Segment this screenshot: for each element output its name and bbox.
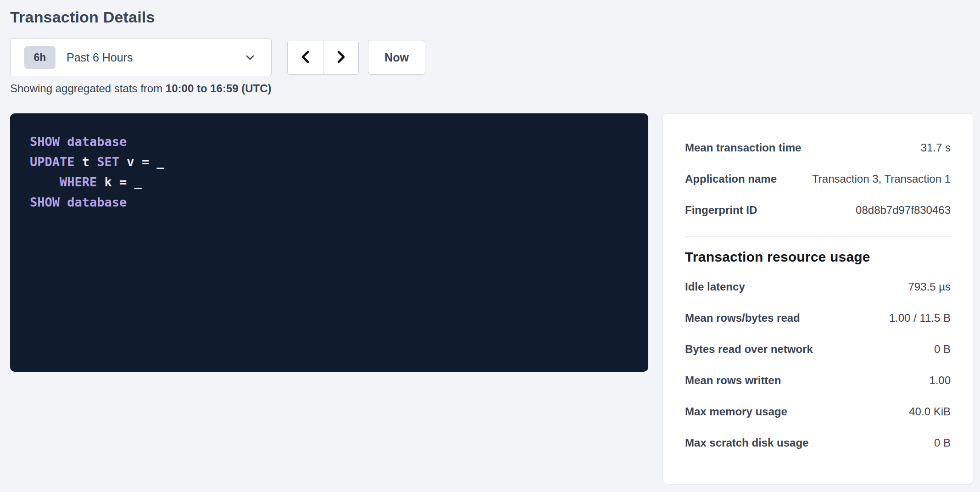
stat-row: Fingerprint ID08d8b7d97f830463	[685, 195, 951, 226]
time-range-badge: 6h	[24, 46, 56, 69]
sql-line: SHOW database	[30, 192, 630, 212]
stat-label: Application name	[685, 173, 777, 185]
sql-token-keyword: UPDATE	[30, 155, 75, 169]
stat-row: Mean rows/bytes read1.00 / 11.5 B	[685, 302, 951, 334]
chevron-right-icon	[334, 50, 347, 66]
stat-value: 0 B	[934, 343, 951, 356]
stat-row: Idle latency793.5 µs	[685, 271, 951, 302]
stat-value: 40.0 KiB	[909, 405, 951, 418]
transaction-details-page: Transaction Details 6h Past 6 Hours	[0, 0, 980, 492]
sql-line: WHERE k = _	[30, 172, 630, 192]
sql-line: UPDATE t SET v = _	[30, 152, 630, 172]
stat-row: Mean rows written1.00	[685, 365, 951, 396]
stat-value: Transaction 3, Transaction 1	[812, 173, 951, 185]
stat-label: Mean transaction time	[685, 141, 801, 154]
sql-token-keyword: SET	[97, 155, 119, 169]
next-time-button[interactable]	[323, 40, 358, 74]
stat-value: 793.5 µs	[908, 280, 951, 293]
stat-label: Max scratch disk usage	[685, 436, 808, 449]
sql-token-plain: v = _	[119, 155, 164, 169]
resource-usage-stats: Idle latency793.5 µsMean rows/bytes read…	[685, 271, 951, 458]
resource-usage-heading: Transaction resource usage	[685, 249, 951, 265]
sql-token-plain	[30, 175, 60, 189]
prev-time-button[interactable]	[288, 40, 323, 74]
stat-value: 31.7 s	[921, 141, 951, 154]
time-nav-group	[287, 40, 359, 75]
stat-row: Mean transaction time31.7 s	[685, 132, 951, 163]
stat-value: 0 B	[934, 436, 951, 449]
aggregation-range-note: Showing aggregated stats from 10:00 to 1…	[10, 82, 973, 95]
stat-row: Application nameTransaction 3, Transacti…	[685, 163, 951, 195]
time-range-select[interactable]: 6h Past 6 Hours	[10, 39, 272, 76]
stat-row: Bytes read over network0 B	[685, 334, 951, 365]
chevron-left-icon	[299, 50, 312, 66]
page-title: Transaction Details	[10, 8, 973, 26]
stat-value: 08d8b7d97f830463	[856, 204, 951, 217]
aggregation-note-range: 10:00 to 16:59 (UTC)	[166, 82, 272, 95]
time-controls: 6h Past 6 Hours	[10, 39, 973, 76]
card-divider	[685, 236, 951, 237]
time-range-label: Past 6 Hours	[67, 51, 245, 64]
stat-label: Max memory usage	[685, 405, 787, 418]
stat-row: Max scratch disk usage0 B	[685, 427, 951, 458]
sql-token-plain: k = _	[97, 175, 142, 189]
summary-stats: Mean transaction time31.7 sApplication n…	[685, 132, 951, 226]
transaction-details-card: Mean transaction time31.7 sApplication n…	[663, 113, 973, 484]
sql-statement-box: SHOW databaseUPDATE t SET v = _ WHERE k …	[10, 113, 648, 372]
stat-label: Bytes read over network	[685, 343, 813, 356]
main-content: SHOW databaseUPDATE t SET v = _ WHERE k …	[10, 113, 973, 484]
sql-token-keyword: SHOW database	[30, 134, 127, 149]
now-button[interactable]: Now	[368, 40, 425, 75]
stat-label: Idle latency	[685, 280, 745, 293]
sql-token-keyword: WHERE	[60, 175, 97, 189]
stat-value: 1.00 / 11.5 B	[889, 312, 951, 324]
stat-value: 1.00	[929, 374, 951, 387]
sql-token-keyword: SHOW database	[30, 195, 127, 209]
stat-label: Mean rows/bytes read	[685, 312, 800, 324]
stat-row: Max memory usage40.0 KiB	[685, 396, 951, 427]
aggregation-note-prefix: Showing aggregated stats from	[10, 82, 166, 95]
sql-token-plain: t	[75, 155, 97, 169]
chevron-down-icon	[245, 52, 256, 63]
stat-label: Mean rows written	[685, 374, 781, 387]
sql-statements: SHOW databaseUPDATE t SET v = _ WHERE k …	[30, 132, 630, 212]
stat-label: Fingerprint ID	[685, 204, 757, 217]
sql-line: SHOW database	[30, 132, 630, 152]
